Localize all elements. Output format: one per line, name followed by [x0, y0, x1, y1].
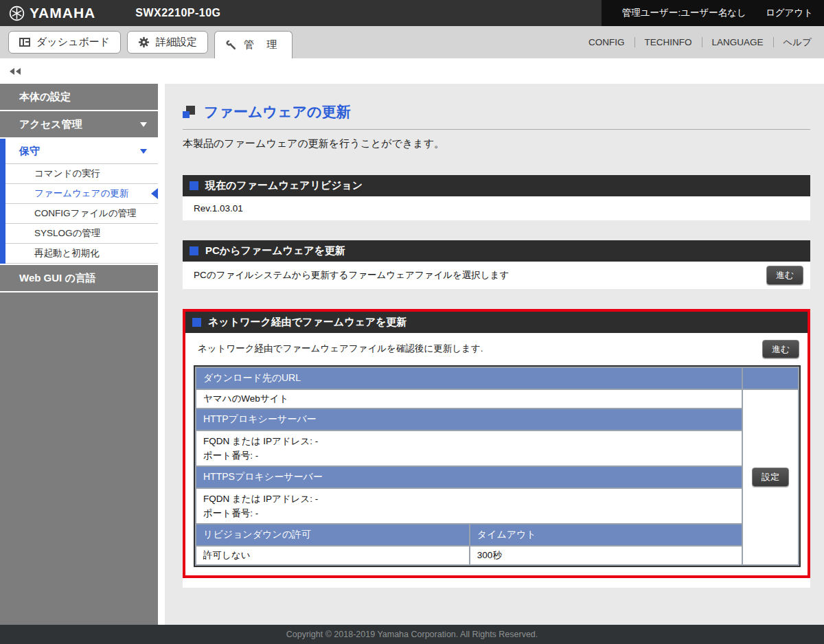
body-row: 本体の設定 アクセス管理 保守 コマンドの実行 ファームウェアの更新 CONFI… — [0, 84, 824, 625]
https-proxy-header: HTTPSプロキシーサーバー — [196, 467, 742, 487]
section-network-update-header: ネットワーク経由でファームウェアを更新 — [185, 312, 808, 333]
section-marker-icon — [190, 181, 198, 190]
sidebar-item-command-exec[interactable]: コマンドの実行 — [5, 164, 158, 184]
network-update-toprow: ネットワーク経由でファームウェアファイルを確認後に更新します. 進む — [198, 340, 799, 359]
config-link[interactable]: CONFIG — [586, 37, 628, 47]
techinfo-link[interactable]: TECHINFO — [642, 37, 695, 47]
sidebar-nav: 本体の設定 アクセス管理 保守 コマンドの実行 ファームウェアの更新 CONFI… — [0, 84, 165, 625]
sidebar-item-device-settings[interactable]: 本体の設定 — [0, 84, 158, 110]
actions-column-header — [743, 368, 798, 389]
current-revision-value: Rev.1.03.01 — [183, 196, 810, 220]
table-row: ダウンロード先のURL — [196, 368, 798, 389]
sidebar-maintenance-label: 保守 — [19, 145, 40, 158]
section-network-update-wrap: ネットワーク経由でファームウェアを更新 ネットワーク経由でファームウェアファイル… — [183, 309, 810, 588]
tab-admin-label: 管 理 — [244, 38, 282, 51]
page-title-squares-icon — [183, 106, 195, 118]
section-update-from-pc: PCからファームウェアを更新 PCのファイルシステムから更新するファームウェアフ… — [183, 240, 810, 289]
main-content: ファームウェアの更新 本製品のファームウェアの更新を行うことができます。 現在の… — [165, 84, 824, 625]
tab-admin[interactable]: 管 理 — [214, 31, 293, 58]
help-link[interactable]: ヘルプ — [781, 36, 814, 49]
section-update-from-pc-header: PCからファームウェアを更新 — [183, 240, 810, 262]
sidebar-item-access-management[interactable]: アクセス管理 — [0, 111, 158, 137]
chevron-down-icon — [140, 149, 147, 154]
yamaha-brand: YAMAHA — [0, 5, 95, 21]
tab-dashboard[interactable]: ダッシュボード — [8, 31, 121, 54]
sidebar-device-settings-label: 本体の設定 — [19, 91, 71, 104]
http-proxy-header: HTTPプロキシーサーバー — [196, 409, 742, 430]
revision-down-value: 許可しない — [196, 547, 469, 564]
table-row: 許可しない 300秒 — [196, 547, 798, 564]
https-proxy-port: ポート番号: - — [203, 506, 735, 520]
revision-down-header: リビジョンダウンの許可 — [196, 525, 469, 545]
header-link-group: CONFIG TECHINFO LANGUAGE ヘルプ — [586, 26, 814, 58]
table-row: FQDN または IPアドレス: - ポート番号: - — [196, 431, 798, 465]
timeout-header: タイムアウト — [470, 525, 742, 545]
page-description: 本製品のファームウェアの更新を行うことができます。 — [183, 137, 810, 150]
https-proxy-fqdn: FQDN または IPアドレス: - — [203, 492, 735, 506]
section-network-update-body: ネットワーク経由でファームウェアファイルを確認後に更新します. 進む ダウンロー… — [185, 333, 808, 576]
chevron-down-icon — [140, 122, 147, 127]
sidebar-collapse-icon[interactable] — [10, 68, 21, 75]
settings-button[interactable]: 設定 — [752, 468, 789, 487]
update-from-pc-description: PCのファイルシステムから更新するファームウェアファイルを選択します — [194, 269, 509, 281]
sidebar-syslog-label: SYSLOGの管理 — [34, 227, 100, 240]
title-divider — [183, 129, 810, 130]
proceed-network-update-button[interactable]: 進む — [762, 340, 799, 359]
download-url-value: ヤマハのWebサイト — [196, 390, 742, 408]
tab-advanced-settings-label: 詳細設定 — [156, 36, 197, 49]
proceed-pc-update-button[interactable]: 進む — [766, 266, 803, 285]
table-row: HTTPSプロキシーサーバー — [196, 467, 798, 487]
tab-advanced-settings[interactable]: 詳細設定 — [127, 31, 208, 54]
link-divider — [702, 37, 702, 47]
page-title-row: ファームウェアの更新 — [183, 102, 810, 122]
section-current-revision-title: 現在のファームウェアリビジョン — [205, 179, 363, 192]
active-item-pointer-icon — [151, 188, 158, 199]
section-update-from-pc-body: PCのファイルシステムから更新するファームウェアファイルを選択します 進む — [183, 262, 810, 289]
sidebar-item-config-file[interactable]: CONFIGファイルの管理 — [5, 204, 158, 224]
table-row: HTTPプロキシーサーバー — [196, 409, 798, 430]
logout-button[interactable]: ログアウト — [766, 7, 813, 19]
sidebar-config-file-label: CONFIGファイルの管理 — [34, 207, 137, 220]
http-proxy-port: ポート番号: - — [203, 448, 735, 463]
network-update-settings-table: ダウンロード先のURL ヤマハのWebサイト 設定 HTTPプロキシーサーバー — [194, 365, 801, 567]
gear-icon — [138, 36, 150, 48]
sidebar-firmware-update-label: ファームウェアの更新 — [34, 187, 128, 200]
section-marker-icon — [190, 246, 198, 255]
link-divider — [773, 37, 774, 47]
sidebar-command-exec-label: コマンドの実行 — [34, 168, 100, 180]
top-header-bar: YAMAHA SWX2210P-10G 管理ユーザー:ユーザー名なし ログアウト — [0, 0, 824, 26]
table-row: ヤマハのWebサイト 設定 — [196, 390, 798, 408]
download-url-header: ダウンロード先のURL — [196, 368, 742, 389]
section-current-revision: 現在のファームウェアリビジョン Rev.1.03.01 — [183, 175, 810, 220]
sidebar-filler — [0, 292, 158, 625]
sidebar-item-syslog[interactable]: SYSLOGの管理 — [5, 224, 158, 244]
page-title: ファームウェアの更新 — [204, 102, 350, 122]
admin-user-label: 管理ユーザー:ユーザー名なし — [622, 7, 746, 19]
settings-button-cell: 設定 — [743, 390, 798, 564]
table-row: リビジョンダウンの許可 タイムアウト — [196, 525, 798, 545]
main-tab-bar: ダッシュボード 詳細設定 管 理 CONFIG TECHINFO L — [0, 26, 824, 58]
sidebar-restart-init-label: 再起動と初期化 — [34, 247, 100, 260]
dashboard-grid-icon — [19, 38, 30, 47]
copyright-text: Copyright © 2018-2019 Yamaha Corporation… — [286, 630, 538, 639]
table-row: FQDN または IPアドレス: - ポート番号: - — [196, 489, 798, 523]
http-proxy-value: FQDN または IPアドレス: - ポート番号: - — [196, 431, 742, 465]
sidebar-item-restart-init[interactable]: 再起動と初期化 — [5, 244, 158, 264]
sidebar-item-firmware-update[interactable]: ファームウェアの更新 — [5, 184, 158, 204]
wrench-icon — [225, 39, 238, 51]
section-network-update-title: ネットワーク経由でファームウェアを更新 — [208, 316, 407, 329]
section-network-update-highlight: ネットワーク経由でファームウェアを更新 ネットワーク経由でファームウェアファイル… — [183, 309, 810, 579]
brand-name: YAMAHA — [30, 5, 95, 21]
section-update-from-pc-title: PCからファームウェアを更新 — [205, 244, 345, 257]
network-update-description: ネットワーク経由でファームウェアファイルを確認後に更新します. — [198, 343, 483, 355]
sidebar-maintenance-group: 保守 コマンドの実行 ファームウェアの更新 CONFIGファイルの管理 SYSL… — [0, 139, 158, 264]
language-link[interactable]: LANGUAGE — [709, 37, 766, 47]
timeout-value: 300秒 — [470, 547, 742, 564]
footer-bar: Copyright © 2018-2019 Yamaha Corporation… — [0, 625, 824, 644]
sidebar-webgui-language-label: Web GUI の言語 — [19, 272, 96, 285]
device-model-label: SWX2210P-10G — [135, 7, 220, 19]
sidebar-item-maintenance[interactable]: 保守 — [5, 139, 158, 164]
sidebar-access-management-label: アクセス管理 — [19, 118, 82, 131]
sidebar-item-webgui-language[interactable]: Web GUI の言語 — [0, 265, 158, 291]
section-marker-icon — [192, 318, 201, 327]
